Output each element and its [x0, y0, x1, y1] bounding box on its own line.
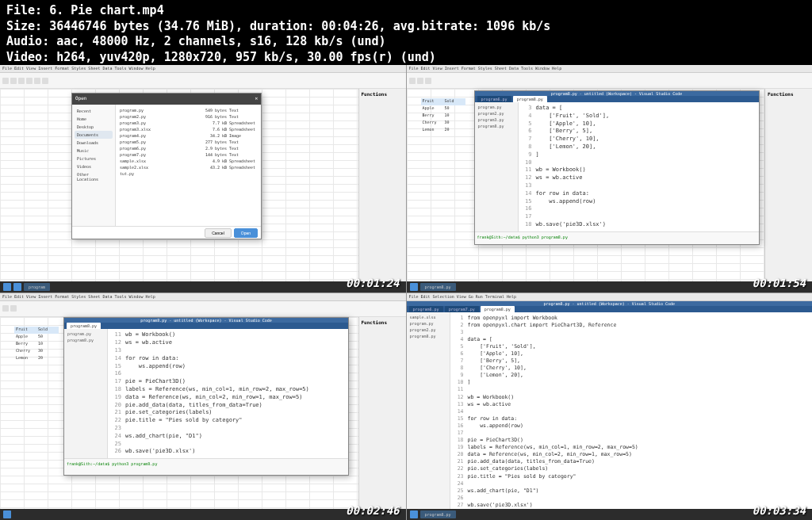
file-item[interactable]: program8.py [408, 333, 448, 339]
code-editor-window: program8.py - untitled (Workspace) - Vis… [63, 317, 349, 476]
toolbar-button[interactable] [42, 78, 48, 84]
editor-tab-active[interactable]: program8.py [67, 323, 101, 329]
toolbar-button[interactable] [417, 78, 423, 84]
toolbar [0, 301, 406, 317]
task-icon[interactable] [410, 510, 418, 518]
taskbar: program [0, 281, 406, 292]
editor-tab[interactable]: program6.py [409, 306, 443, 312]
file-row[interactable]: program2.py916 bytesText [118, 113, 259, 120]
file-item[interactable]: program.py [66, 331, 105, 337]
file-row[interactable]: tut.py [118, 170, 259, 177]
video-line: Video: h264, yuv420p, 1280x720, 957 kb/s… [6, 50, 550, 66]
task-icon[interactable] [410, 283, 418, 291]
nav-place[interactable]: Recent [75, 107, 113, 115]
places-nav: RecentHomeDesktopDocumentsDownloadsMusic… [72, 105, 116, 226]
quadrant-1: File Edit View Insert Format Styles Shee… [0, 65, 406, 292]
task-item[interactable]: program [24, 283, 50, 291]
toolbar-button[interactable] [34, 78, 40, 84]
open-dialog: Open ✕ RecentHomeDesktopDocumentsDownloa… [71, 93, 262, 239]
dialog-title: Open [75, 95, 86, 103]
taskbar: program8.py [407, 281, 813, 292]
code-editor-window: program8.py - untitled (Workspace) - Vis… [407, 301, 813, 510]
nav-place[interactable]: Desktop [75, 123, 113, 131]
file-item[interactable]: program.py [477, 104, 516, 110]
file-row[interactable]: program5.py277 bytesText [118, 139, 259, 145]
menubar[interactable]: File Edit View Insert Format Styles Shee… [0, 293, 406, 301]
toolbar-button[interactable] [2, 305, 9, 312]
cancel-button[interactable]: Cancel [205, 228, 232, 238]
quadrant-2: File Edit View Insert Format Styles Shee… [407, 65, 813, 292]
timestamp: 00:02:46 [346, 504, 399, 517]
toolbar [407, 73, 813, 89]
code-editor-window: program8.py - untitled (Workspace) - Vis… [474, 90, 760, 245]
taskbar: program8.py [407, 509, 813, 520]
sheet-data: FruitSoldApple50Berry10Cherry30Lemon20 [14, 327, 59, 362]
terminal-prompt: frank@Sith:~/data$ python3 program8.py [477, 235, 568, 239]
nav-place[interactable]: Home [75, 115, 113, 123]
close-icon[interactable]: ✕ [255, 95, 258, 103]
file-row[interactable]: sample2.xlsx43.2 kBSpreadsheet [118, 164, 259, 170]
file-explorer: program.py program8.py [64, 329, 108, 458]
functions-sidebar: Functions [358, 89, 406, 281]
file-item[interactable]: program8.py [477, 123, 516, 129]
editor-tabs: program6.py program8.py [475, 96, 759, 102]
file-row[interactable]: program.py549 bytesText [118, 107, 259, 113]
toolbar-button[interactable] [2, 78, 9, 84]
toolbar-button[interactable] [10, 78, 17, 84]
terminal[interactable]: frank@Sith:~/data$ python3 program8.py [64, 458, 348, 474]
timestamp: 00:01:24 [346, 277, 399, 289]
file-item[interactable]: program2.py [477, 110, 516, 117]
sheet-data: FruitSoldApple50Berry10Cherry30Lemon20 [421, 98, 465, 134]
file-row[interactable]: program3.py7.7 kBSpreadsheet [118, 120, 259, 126]
file-row[interactable]: program3.xlsx7.6 kBSpreadsheet [118, 126, 259, 132]
task-item[interactable]: program8.py [420, 510, 456, 518]
audio-line: Audio: aac, 48000 Hz, 2 channels, s16, 1… [6, 34, 550, 50]
nav-place[interactable]: Pictures [75, 155, 113, 162]
file-row[interactable]: program6.py2.9 bytesText [118, 145, 259, 151]
terminal-prompt: frank@Sith:~/data$ python3 program8.py [67, 461, 157, 466]
nav-place[interactable]: Other Locations [75, 170, 113, 183]
quadrant-4: File Edit Selection View Go Run Terminal… [407, 293, 813, 521]
file-row[interactable]: program7.py144 bytesText [118, 151, 259, 158]
editor-titlebar[interactable]: program8.py - untitled (Workspace) - Vis… [64, 318, 348, 323]
editor-tab-active[interactable]: program8.py [513, 96, 547, 102]
dialog-titlebar[interactable]: Open ✕ [72, 94, 261, 105]
code-area[interactable]: 1from openpyxl import Workbook2from open… [450, 312, 813, 512]
task-icon[interactable] [3, 510, 11, 518]
toolbar-button[interactable] [18, 78, 25, 84]
task-icon[interactable] [3, 283, 11, 291]
taskbar [0, 509, 406, 520]
file-item[interactable]: sample.xlsx [408, 314, 448, 320]
code-area[interactable]: 11wb = Workbook()12ws = wb.active1314for… [108, 329, 348, 458]
file-item[interactable]: program3.py [477, 117, 516, 123]
file-row[interactable]: sample.xlsx4.9 kBSpreadsheet [118, 158, 259, 164]
quadrant-grid: File Edit View Insert Format Styles Shee… [0, 65, 812, 520]
editor-tab[interactable]: program7.py [445, 306, 479, 312]
size-line: Size: 36446746 bytes (34.76 MiB), durati… [6, 19, 550, 35]
task-item[interactable]: program8.py [420, 283, 456, 291]
file-row[interactable]: program4.py34.2 kBImage [118, 132, 259, 139]
task-icon[interactable] [13, 283, 21, 291]
menubar[interactable]: File Edit Selection View Go Run Terminal… [407, 293, 813, 301]
nav-place[interactable]: Videos [75, 162, 113, 170]
toolbar-button[interactable] [409, 78, 416, 84]
editor-tab-active[interactable]: program8.py [481, 306, 515, 312]
toolbar-button[interactable] [425, 78, 431, 84]
open-button[interactable]: Open [234, 228, 258, 238]
editor-tab[interactable]: program6.py [477, 96, 511, 102]
code-area[interactable]: 3data = [4 ['Fruit', 'Sold'],5 ['Apple',… [519, 102, 759, 231]
nav-place[interactable]: Music [75, 147, 113, 155]
file-item[interactable]: program8.py [66, 337, 105, 343]
file-item[interactable]: program2.py [408, 327, 448, 333]
nav-place[interactable]: Downloads [75, 139, 113, 147]
timestamp: 00:01:54 [753, 277, 806, 289]
file-explorer: program.py program2.py program3.py progr… [475, 102, 519, 231]
toolbar-button[interactable] [26, 78, 33, 84]
toolbar-button[interactable] [10, 305, 17, 312]
nav-place[interactable]: Documents [75, 131, 113, 139]
functions-sidebar: Functions [358, 317, 406, 510]
terminal[interactable]: frank@Sith:~/data$ python3 program8.py [475, 231, 759, 244]
file-line: File: 6. Pie chart.mp4 [6, 3, 550, 19]
file-explorer: sample.xlsx program.py program2.py progr… [407, 312, 450, 512]
file-item[interactable]: program.py [408, 320, 448, 327]
